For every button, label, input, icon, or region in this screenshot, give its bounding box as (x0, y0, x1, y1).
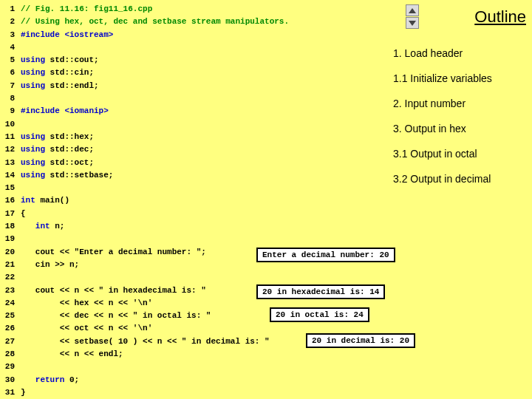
line-number: 30 (0, 374, 15, 386)
code-line: 30 return 0; (0, 374, 289, 386)
code-token: std::hex; (50, 132, 94, 141)
code-token: std::cout; (50, 55, 99, 64)
code-token: int (21, 196, 40, 205)
code-token: std::dec; (50, 145, 94, 154)
code-line: 14using std::setbase; (0, 169, 289, 182)
line-number: 12 (0, 143, 15, 156)
line-number: 21 (0, 259, 15, 271)
arrow-down-icon (409, 21, 416, 26)
code-line: 15 (0, 182, 289, 194)
code-token: << n << endl; (21, 349, 123, 358)
code-token (21, 375, 35, 384)
code-line: 25 << dec << n << " in octal is: " (0, 310, 289, 322)
arrow-up-button[interactable] (406, 4, 419, 16)
arrow-down-button[interactable] (406, 17, 419, 29)
line-number: 7 (0, 80, 15, 92)
code-token: #include <iostream> (21, 30, 113, 39)
code-line: 8 (0, 92, 289, 105)
code-token: #include <iomanip> (21, 106, 109, 115)
code-token: using (21, 171, 50, 180)
code-token: n; (50, 222, 65, 231)
line-number: 10 (0, 118, 15, 131)
code-token: using (21, 81, 50, 90)
code-token: // Fig. 11.16: fig11_16.cpp (21, 4, 152, 13)
code-token: using (21, 55, 50, 64)
line-number: 13 (0, 157, 15, 169)
output-decimal: 20 in decimal is: 20 (306, 333, 415, 348)
code-token: using (21, 158, 50, 167)
line-number: 5 (0, 54, 15, 66)
code-token: { (21, 209, 26, 218)
outline-item-3-2: 3.2 Output in decimal (393, 173, 526, 185)
outline-item-1: 1. Load header (393, 47, 526, 59)
code-line: 7using std::endl; (0, 80, 289, 92)
line-number: 24 (0, 297, 15, 310)
code-token: main() (40, 196, 69, 205)
code-line: 2// Using hex, oct, dec and setbase stre… (0, 16, 289, 28)
line-number: 3 (0, 29, 15, 41)
code-line: 29 (0, 361, 289, 373)
outline-item-3: 3. Output in hex (393, 123, 526, 134)
code-line: 10 (0, 118, 289, 131)
code-line: 19 (0, 233, 289, 245)
line-number: 11 (0, 131, 15, 143)
line-number: 6 (0, 66, 15, 79)
code-line: 5using std::cout; (0, 54, 289, 66)
line-number: 23 (0, 284, 15, 297)
line-number: 15 (0, 182, 15, 194)
line-number: 17 (0, 208, 15, 220)
line-number: 20 (0, 246, 15, 259)
code-token: std::oct; (50, 158, 94, 167)
outline-item-2: 2. Input number (393, 98, 526, 109)
line-number: 26 (0, 322, 15, 335)
code-token: << hex << n << '\n' (21, 299, 152, 307)
line-number: 4 (0, 41, 15, 54)
code-line: 12using std::dec; (0, 143, 289, 156)
line-number: 25 (0, 310, 15, 322)
code-line: 13using std::oct; (0, 157, 289, 169)
code-line: 17{ (0, 208, 289, 220)
line-number: 1 (0, 3, 15, 16)
line-number: 8 (0, 92, 15, 105)
line-number: 18 (0, 220, 15, 233)
line-number: 16 (0, 194, 15, 207)
line-number: 22 (0, 271, 15, 284)
code-line: 1// Fig. 11.16: fig11_16.cpp (0, 3, 289, 16)
line-number: 31 (0, 386, 15, 399)
code-token: << dec << n << " in octal is: " (21, 311, 211, 320)
code-line: 16int main() (0, 194, 289, 207)
code-token: using (21, 68, 50, 77)
code-line: 23 cout << n << " in hexadecimal is: " (0, 284, 289, 297)
output-hex: 20 in hexadecimal is: 14 (256, 284, 385, 299)
code-line: 9#include <iomanip> (0, 105, 289, 117)
code-token: cout << "Enter a decimal number: "; (21, 248, 206, 256)
code-line: 24 << hex << n << '\n' (0, 297, 289, 310)
code-token (21, 222, 35, 231)
line-number: 9 (0, 105, 15, 117)
code-token: std::cin; (50, 68, 94, 77)
code-line: 6using std::cin; (0, 66, 289, 79)
code-token: 0; (64, 375, 79, 384)
code-token: std::endl; (50, 81, 99, 90)
code-token: } (21, 388, 26, 397)
code-token: cout << n << " in hexadecimal is: " (21, 286, 206, 295)
code-token: using (21, 132, 50, 141)
nav-arrows (406, 4, 419, 30)
code-token: << setbase( 10 ) << n << " in decimal is… (21, 337, 270, 346)
code-line: 22 (0, 271, 289, 284)
code-token: << oct << n << '\n' (21, 324, 152, 332)
code-token: int (35, 222, 50, 231)
line-number: 2 (0, 16, 15, 28)
line-number: 28 (0, 348, 15, 361)
line-number: 19 (0, 233, 15, 245)
code-token: // Using hex, oct, dec and setbase strea… (21, 17, 289, 26)
code-line: 11using std::hex; (0, 131, 289, 143)
outline-item-1-1: 1.1 Initialize variables (393, 72, 526, 84)
code-line: 31} (0, 386, 289, 399)
output-octal: 20 in octal is: 24 (270, 307, 369, 322)
code-line: 18 int n; (0, 220, 289, 233)
code-token: std::setbase; (50, 171, 114, 180)
arrow-up-icon (409, 8, 416, 13)
code-line: 21 cin >> n; (0, 259, 289, 271)
code-token: using (21, 145, 50, 154)
